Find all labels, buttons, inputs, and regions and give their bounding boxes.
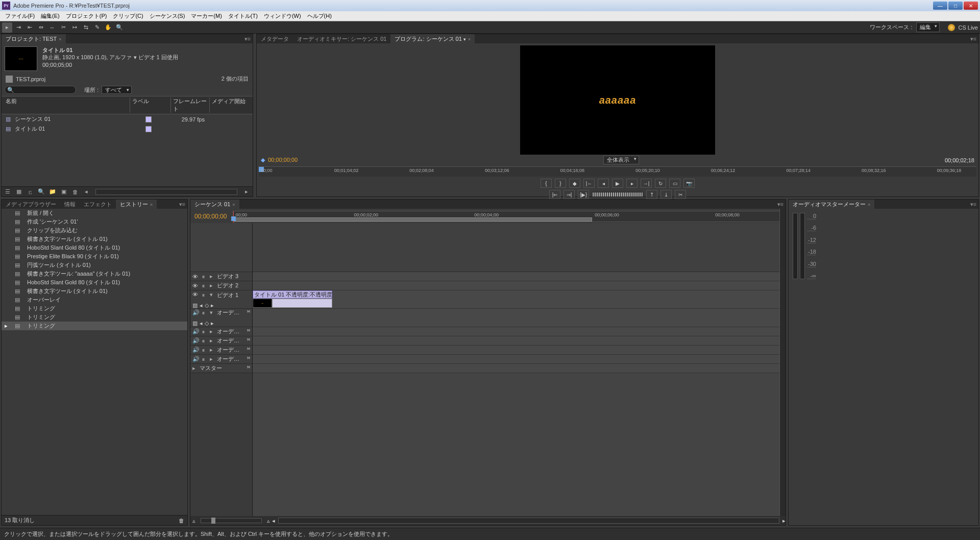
trim-button[interactable]: ✂ <box>675 190 686 199</box>
go-prev-button[interactable]: |⇐ <box>549 190 560 199</box>
scroll-left-icon[interactable]: ◂ <box>272 518 275 524</box>
hand-tool[interactable]: ✋ <box>103 22 113 33</box>
program-tab[interactable]: プログラム: シーケンス 01 ▾× <box>390 34 475 44</box>
location-select[interactable]: すべて <box>102 86 132 94</box>
extract-button[interactable]: ⤓ <box>660 190 672 199</box>
play-button[interactable]: ▶ <box>612 179 623 188</box>
window-maximize-button[interactable]: □ <box>948 2 963 10</box>
speaker-icon[interactable]: 🔊 <box>192 337 200 344</box>
lock-icon[interactable]: ∎ <box>202 273 208 280</box>
speaker-icon[interactable]: 🔊 <box>192 347 200 353</box>
col-name[interactable]: 名前 <box>4 97 130 113</box>
timecode-current[interactable]: 00;00;00;00 <box>268 157 298 163</box>
search-input[interactable]: 🔍 <box>5 86 76 94</box>
prev-keyframe-icon[interactable]: ◂ <box>200 320 203 327</box>
step-back-button[interactable]: ◂ <box>598 179 609 188</box>
col-start[interactable]: メディア開始 <box>210 97 251 113</box>
vscrollbar[interactable] <box>779 209 786 516</box>
panel-menu-icon[interactable]: ▾≡ <box>968 36 978 42</box>
zoom-tool[interactable]: 🔍 <box>114 22 125 33</box>
track-header-audio3[interactable]: 🔊∎▸オーデ…ᴹ <box>190 336 252 346</box>
lift-button[interactable]: ⤒ <box>646 190 657 199</box>
trash-icon[interactable]: 🗑 <box>71 188 79 196</box>
menu-help[interactable]: ヘルプ(H) <box>304 11 335 21</box>
eye-icon[interactable]: 👁 <box>192 283 200 289</box>
keyframe-mode-icon[interactable]: ▥ <box>192 302 198 309</box>
col-fps[interactable]: フレームレート <box>171 97 210 113</box>
eye-icon[interactable]: 👁 <box>192 274 200 280</box>
new-item-icon[interactable]: ▣ <box>60 188 68 196</box>
lock-icon[interactable]: ∎ <box>202 309 208 316</box>
track-audio2[interactable] <box>253 327 786 336</box>
history-item[interactable]: ▤トリミング <box>2 304 187 313</box>
speaker-icon[interactable]: 🔊 <box>192 356 200 362</box>
export-frame-button[interactable]: 📷 <box>683 179 695 188</box>
next-keyframe-icon[interactable]: ▸ <box>211 302 214 309</box>
clip-thumbnail[interactable]: ~~ <box>5 46 37 71</box>
go-out-button[interactable]: →| <box>641 179 652 188</box>
twirl-icon[interactable]: ▾ <box>210 309 215 316</box>
history-item[interactable]: ▤作成 'シーケンス 01' <box>2 217 187 226</box>
history-item[interactable]: ▤横書き文字ツール (タイトル 01) <box>2 287 187 296</box>
lock-icon[interactable]: ∎ <box>202 356 208 362</box>
audio-meter-tab[interactable]: オーディオマスターメーター× <box>789 200 874 209</box>
add-keyframe-icon[interactable]: ◇ <box>205 320 209 327</box>
menu-edit[interactable]: 編集(E) <box>38 11 63 21</box>
track-header-video1[interactable]: 👁∎▾ビデオ 1 ▥◂◇▸ <box>190 290 252 309</box>
track-header-audio1[interactable]: 🔊∎▾オーデ…ᴹ ▥◂◇▸ <box>190 309 252 327</box>
audiomixer-tab[interactable]: オーディオミキサー: シーケンス 01 <box>293 34 390 44</box>
prev-keyframe-icon[interactable]: ◂ <box>200 302 203 309</box>
selection-tool[interactable]: ▸ <box>2 22 12 33</box>
go-in-button[interactable]: |← <box>583 179 595 188</box>
add-keyframe-icon[interactable]: ◇ <box>205 302 209 309</box>
go-next-button[interactable]: ⇒| <box>564 190 575 199</box>
track-video3[interactable] <box>253 272 786 281</box>
twirl-icon[interactable]: ▸ <box>210 273 215 280</box>
icon-view-icon[interactable]: ▦ <box>15 188 23 196</box>
menu-project[interactable]: プロジェクト(P) <box>63 11 110 21</box>
zoom-fit-select[interactable]: 全体表示 <box>603 156 639 164</box>
rate-stretch-tool[interactable]: ↔ <box>47 22 57 33</box>
track-audio3[interactable] <box>253 336 786 346</box>
marker-button[interactable]: ◆ <box>569 179 580 188</box>
track-video1[interactable]: タイトル 01 不透明度:不透明度 ▾ ~ <box>253 290 786 309</box>
media-browser-tab[interactable]: メディアブラウザー <box>2 200 60 209</box>
project-row[interactable]: ▤ タイトル 01 <box>2 124 253 134</box>
history-item[interactable]: ▤HoboStd Slant Gold 80 (タイトル 01) <box>2 278 187 287</box>
close-icon[interactable]: × <box>232 202 235 207</box>
history-item[interactable]: ▤クリップを読み込む <box>2 226 187 235</box>
track-video2[interactable] <box>253 281 786 290</box>
project-tab[interactable]: プロジェクト: TEST× <box>2 34 66 44</box>
close-icon[interactable]: × <box>150 202 153 207</box>
panel-menu-icon[interactable]: ▾≡ <box>775 201 786 208</box>
sequence-tab[interactable]: シーケンス 01× <box>190 200 239 209</box>
menu-title[interactable]: タイトル(T) <box>225 11 261 21</box>
razor-tool[interactable]: ✂ <box>58 22 68 33</box>
col-label[interactable]: ラベル <box>130 97 171 113</box>
menu-sequence[interactable]: シーケンス(S) <box>146 11 188 21</box>
panel-menu-icon[interactable]: ▾≡ <box>242 36 253 42</box>
track-audio5[interactable] <box>253 355 786 364</box>
loop-button[interactable]: ↻ <box>655 179 666 188</box>
safe-margin-button[interactable]: ▭ <box>669 179 680 188</box>
window-minimize-button[interactable]: — <box>933 2 947 10</box>
timeline-ruler[interactable]: 00;00 00;00;02;00 00;00;04;00 00;00;06;0… <box>233 211 781 222</box>
keyframe-mode-icon[interactable]: ▥ <box>192 320 198 327</box>
speaker-icon[interactable]: 🔊 <box>192 328 200 335</box>
cs-live-button[interactable]: CS Live <box>948 24 978 31</box>
new-bin-icon[interactable]: 📁 <box>48 188 57 196</box>
hscrollbar[interactable] <box>278 518 779 524</box>
history-item[interactable]: ▤円弧ツール (タイトル 01) <box>2 261 187 269</box>
marker-icon[interactable]: ◆ <box>261 157 265 163</box>
automate-icon[interactable]: ⎌ <box>26 188 34 196</box>
lock-icon[interactable]: ∎ <box>202 291 208 298</box>
step-fwd-button[interactable]: ▸ <box>626 179 638 188</box>
track-audio4[interactable] <box>253 346 786 355</box>
hscrollbar[interactable] <box>95 189 237 195</box>
window-close-button[interactable]: ✕ <box>964 2 978 10</box>
history-item[interactable]: ▸▤トリミング <box>2 322 187 330</box>
track-header-master[interactable]: ▸マスターᴹ <box>190 364 252 373</box>
track-header-audio5[interactable]: 🔊∎▸オーデ…ᴹ <box>190 355 252 364</box>
track-header-video2[interactable]: 👁∎▸ビデオ 2 <box>190 281 252 290</box>
scroll-left-icon[interactable]: ◂ <box>82 188 90 196</box>
